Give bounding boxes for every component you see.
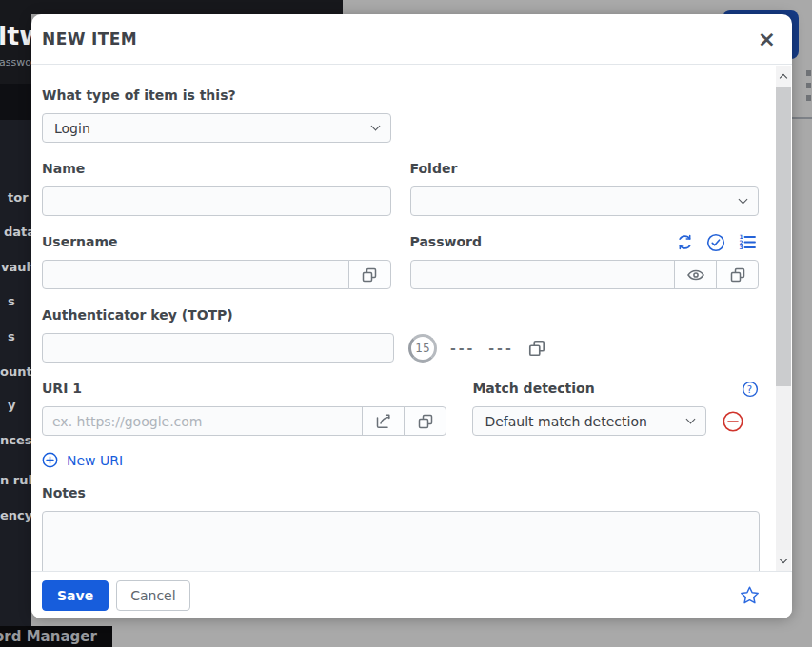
copy-icon (527, 339, 546, 358)
sidebar-item-fragment: ency a (0, 508, 31, 522)
match-detection-label: Match detection (472, 381, 594, 397)
sidebar-item-fragment: nces (0, 433, 31, 447)
minus-circle-icon (722, 410, 744, 433)
copy-uri-button[interactable] (404, 406, 446, 436)
chevron-down-icon (739, 195, 748, 205)
totp-code-placeholder: --- --- (450, 341, 514, 356)
totp-input[interactable] (42, 333, 394, 363)
dialog-scrollbar[interactable] (776, 66, 791, 571)
notes-label: Notes (42, 485, 759, 501)
chevron-down-icon (371, 122, 381, 131)
chevron-down-icon (780, 555, 787, 562)
copy-icon (361, 266, 378, 284)
close-icon[interactable]: × (758, 29, 776, 49)
username-input[interactable] (42, 260, 349, 289)
svg-text:?: ? (747, 383, 752, 394)
scroll-up-button[interactable] (776, 66, 791, 87)
uri-input[interactable] (42, 406, 363, 436)
remove-uri-button[interactable] (722, 410, 744, 433)
save-button[interactable]: Save (42, 580, 109, 611)
totp-label: Authenticator key (TOTP) (42, 307, 759, 324)
password-history-button[interactable]: 123 (738, 233, 757, 251)
question-circle-icon: ? (742, 381, 759, 398)
copy-password-button[interactable] (716, 260, 759, 289)
launch-uri-button[interactable] (362, 406, 405, 436)
background-header-border (791, 117, 812, 119)
new-item-dialog: NEW ITEM × What type of item is this? Lo… (31, 14, 792, 618)
background-sidebar: tor data vault s s ount y nces n rule en… (0, 120, 31, 626)
dialog-footer: Save Cancel (31, 571, 792, 618)
uri-label: URI 1 (42, 381, 446, 397)
sidebar-item-fragment: n rule (0, 473, 31, 487)
item-type-select[interactable]: Login (42, 113, 391, 143)
folder-select[interactable] (410, 186, 760, 216)
chevron-up-icon (780, 73, 787, 81)
copy-username-button[interactable] (348, 260, 391, 289)
copy-icon (417, 413, 434, 430)
name-label: Name (42, 161, 391, 177)
sidebar-item-fragment: s (8, 329, 15, 343)
dialog-body: What type of item is this? Login Name Fo… (31, 66, 776, 571)
new-uri-button[interactable]: New URI (42, 452, 759, 468)
name-input[interactable] (42, 186, 391, 216)
notes-textarea[interactable] (42, 511, 760, 571)
match-detection-help-button[interactable]: ? (742, 381, 759, 398)
toggle-password-visibility-button[interactable] (674, 260, 717, 289)
new-uri-label: New URI (67, 453, 123, 468)
generate-password-button[interactable] (676, 233, 694, 251)
password-input[interactable] (410, 260, 676, 289)
scrollbar-thumb[interactable] (776, 87, 791, 386)
match-detection-select[interactable]: Default match detection (472, 406, 706, 436)
sidebar-item-fragment: s (8, 294, 15, 308)
match-detection-value: Default match detection (485, 414, 687, 429)
item-type-label: What type of item is this? (42, 88, 759, 104)
favorite-button[interactable] (739, 585, 761, 606)
totp-countdown-value: 15 (415, 342, 429, 355)
generate-password-icon (676, 233, 694, 251)
background-bottom-bar: ord Manager (0, 626, 112, 647)
background-grip-fragment (806, 70, 811, 108)
dialog-title: NEW ITEM (42, 29, 137, 49)
svg-text:3: 3 (740, 244, 743, 250)
copy-icon (729, 266, 746, 284)
password-label: Password (410, 234, 482, 250)
bitwarden-logo-fragment: ltw (0, 21, 31, 50)
screen: ltw asswo tor data vault s s ount y nces… (0, 0, 812, 647)
totp-countdown-timer: 15 (408, 334, 437, 363)
sidebar-item-fragment: ount (0, 364, 31, 379)
background-header (0, 0, 343, 14)
cancel-button[interactable]: Cancel (116, 580, 189, 611)
dialog-header: NEW ITEM × (31, 14, 792, 65)
bitwarden-logo-subtitle-fragment: asswo (0, 56, 31, 69)
scroll-down-button[interactable] (776, 550, 791, 571)
copy-totp-button[interactable] (527, 339, 546, 358)
sidebar-item-fragment: y (8, 398, 15, 412)
check-password-button[interactable] (706, 233, 725, 252)
sidebar-item-fragment: tor (8, 190, 29, 205)
check-circle-icon (706, 233, 725, 252)
item-type-value: Login (54, 121, 372, 136)
username-label: Username (42, 234, 391, 250)
sidebar-item-fragment: vault (1, 260, 31, 274)
folder-label: Folder (410, 161, 760, 177)
chevron-down-icon (686, 415, 696, 424)
star-icon (739, 585, 761, 606)
background-sidebar-band (0, 84, 31, 120)
sidebar-item-fragment: data (4, 225, 31, 239)
plus-circle-icon (42, 452, 58, 468)
launch-icon (374, 412, 392, 430)
password-manager-label-fragment: ord Manager (0, 628, 97, 645)
eye-icon (686, 265, 705, 284)
numbered-list-icon: 123 (738, 233, 757, 251)
background-logo-block: ltw asswo (0, 0, 31, 84)
